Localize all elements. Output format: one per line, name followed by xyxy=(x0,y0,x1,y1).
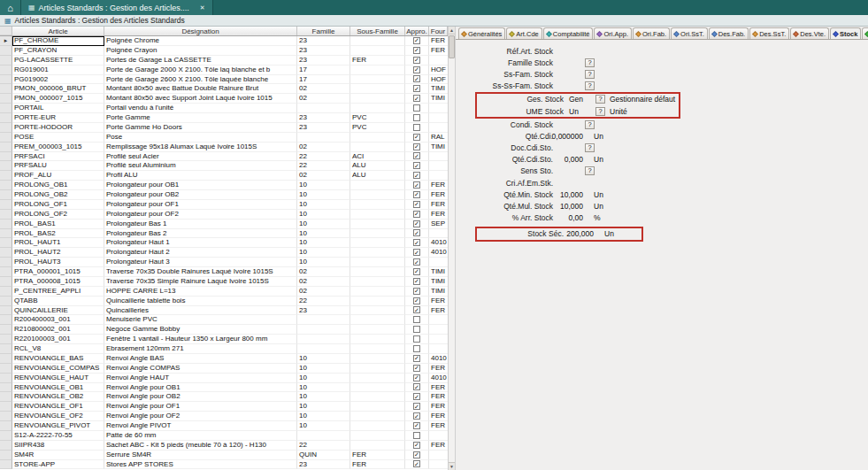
col-header-four[interactable]: Four xyxy=(429,27,448,35)
cell-famille[interactable]: 10 xyxy=(297,181,350,190)
row-selector[interactable] xyxy=(0,364,12,374)
cell-four[interactable]: FER xyxy=(429,412,448,421)
cell-article[interactable]: RENVOIANGLE_BAS xyxy=(12,354,104,364)
cell-sous-famille[interactable] xyxy=(350,402,405,412)
cell-designation[interactable]: Porte de Garage 2000 X 2100. Tôle laq bl… xyxy=(104,65,297,75)
row-selector[interactable] xyxy=(0,104,12,113)
cell-appro[interactable] xyxy=(405,75,429,85)
scroll-thumb[interactable] xyxy=(449,35,455,58)
cell-article[interactable]: SIIPR438 xyxy=(12,441,104,451)
row-selector[interactable] xyxy=(0,451,12,460)
table-row[interactable]: PORTAILPortail vendu à l'unité xyxy=(0,104,448,113)
cell-designation[interactable]: Renvoi Angle pour OF2 xyxy=(104,412,297,421)
appro-checkbox[interactable] xyxy=(413,229,420,236)
cell-sous-famille[interactable] xyxy=(350,297,405,306)
cell-article[interactable]: RENVOIANGLE_OF1 xyxy=(12,402,104,412)
row-selector[interactable] xyxy=(0,287,12,297)
cell-article[interactable]: P_CENTREE_APPLI xyxy=(12,287,104,297)
cell-sous-famille[interactable] xyxy=(350,190,405,200)
row-selector[interactable] xyxy=(0,143,12,152)
field-value-ume-stock[interactable]: Un xyxy=(569,107,594,116)
cell-appro[interactable] xyxy=(405,133,429,143)
appro-checkbox[interactable] xyxy=(413,201,420,208)
col-header-article[interactable]: Article xyxy=(12,27,104,35)
cell-designation[interactable]: Portes de Garage La CASSETTE xyxy=(104,56,297,65)
help-button[interactable]: ? xyxy=(585,143,595,152)
cell-famille[interactable]: 22 xyxy=(297,297,350,306)
cell-sous-famille[interactable] xyxy=(350,210,405,220)
cell-four[interactable]: 4010 xyxy=(429,238,448,248)
cell-sous-famille[interactable] xyxy=(350,75,405,85)
cell-four[interactable] xyxy=(429,451,448,460)
cell-designation[interactable]: Profilé seul Aluminium xyxy=(104,161,297,171)
cell-article[interactable]: PORTE-HODOOR xyxy=(12,123,104,133)
cell-famille[interactable]: 10 xyxy=(297,392,350,402)
row-selector[interactable] xyxy=(0,75,12,85)
field-value-arr-stock[interactable]: 0,00 xyxy=(558,213,583,222)
cell-designation[interactable]: Profil ALU xyxy=(104,171,297,181)
cell-article[interactable]: PTRA_000001_1015 xyxy=(12,267,104,277)
table-row[interactable]: RENVOIANGLE_COMPASRenvoi Angle COMPAS10F… xyxy=(0,364,448,374)
appro-checkbox[interactable] xyxy=(413,66,420,73)
field-value-qt-cdi-sto[interactable]: 0,000 xyxy=(558,155,583,164)
appro-checkbox[interactable] xyxy=(413,191,420,198)
table-row[interactable]: RENVOIANGLE_HAUTRenvoi Angle HAUT104010 xyxy=(0,374,448,383)
cell-famille[interactable]: 02 xyxy=(297,84,350,94)
cell-four[interactable]: FER xyxy=(429,441,448,451)
cell-famille[interactable]: 23 xyxy=(297,306,350,316)
appro-checkbox[interactable] xyxy=(413,383,420,390)
cell-four[interactable] xyxy=(429,56,448,65)
cell-appro[interactable] xyxy=(405,238,429,248)
home-button[interactable]: ⌂ xyxy=(0,0,21,15)
table-row[interactable]: PROL_BAS2Prolongateur Bas 210 xyxy=(0,229,448,239)
table-row[interactable]: R210800002_001Negoce Gamme Bobby xyxy=(0,325,448,335)
cell-designation[interactable]: Renvoi Angle pour OB1 xyxy=(104,383,297,393)
appro-checkbox[interactable] xyxy=(413,143,420,150)
cell-sous-famille[interactable] xyxy=(350,248,405,258)
row-selector[interactable] xyxy=(0,248,12,258)
appro-checkbox[interactable] xyxy=(413,114,420,121)
cell-appro[interactable] xyxy=(405,287,429,297)
cell-famille[interactable]: 22 xyxy=(297,441,350,451)
table-row[interactable]: RCL_V8Ebrasement 120mm 271 xyxy=(0,344,448,354)
cell-famille[interactable]: 10 xyxy=(297,354,350,364)
cell-famille[interactable] xyxy=(297,104,350,113)
cell-appro[interactable] xyxy=(405,65,429,75)
cell-sous-famille[interactable] xyxy=(350,94,405,104)
cell-appro[interactable] xyxy=(405,402,429,412)
cell-article[interactable]: QUINCAILLERIE xyxy=(12,306,104,316)
cell-article[interactable]: PROL_HAUT1 xyxy=(12,238,104,248)
row-selector[interactable] xyxy=(0,220,12,229)
cell-appro[interactable] xyxy=(405,190,429,200)
appro-checkbox[interactable] xyxy=(413,365,420,372)
col-header-d-signation[interactable]: Désignation xyxy=(104,27,297,35)
table-row[interactable]: PRFSALUProfilé seul Aluminium22ALU xyxy=(0,161,448,171)
cell-sous-famille[interactable]: ALU xyxy=(350,171,405,181)
table-row[interactable]: PORTE-HODOORPorte Gamme Ho Doors23PVC xyxy=(0,123,448,133)
row-selector[interactable] xyxy=(0,171,12,181)
cell-famille[interactable]: 10 xyxy=(297,402,350,412)
appro-checkbox[interactable] xyxy=(413,249,420,256)
appro-checkbox[interactable] xyxy=(413,104,420,112)
table-row[interactable]: PREM_000003_1015Remplissage 95x18 Alumax… xyxy=(0,143,448,152)
cell-article[interactable]: PROL_BAS1 xyxy=(12,220,104,229)
row-selector[interactable] xyxy=(0,441,12,451)
cell-four[interactable]: FER xyxy=(429,36,448,46)
tab-ori-sst[interactable]: Ori.SsT. xyxy=(671,27,708,40)
cell-appro[interactable] xyxy=(405,161,429,171)
cell-famille[interactable]: 10 xyxy=(297,364,350,374)
table-row[interactable]: SM4RSerrure SM4RQUINFER xyxy=(0,451,448,460)
cell-article[interactable]: R200400003_001 xyxy=(12,315,104,325)
appro-checkbox[interactable] xyxy=(413,211,420,218)
row-selector[interactable] xyxy=(0,258,12,267)
appro-checkbox[interactable] xyxy=(413,278,420,285)
tab-comptabilit[interactable]: Comptabilité xyxy=(543,27,594,40)
col-header-famille[interactable]: Famille xyxy=(297,27,350,35)
table-row[interactable]: PG-LACASSETTEPortes de Garage La CASSETT… xyxy=(0,56,448,65)
cell-article[interactable]: R210800002_001 xyxy=(12,325,104,335)
appro-checkbox[interactable] xyxy=(413,393,420,400)
table-row[interactable]: SIIPR438Sachet ABC - Kit 5 pieds (meuble… xyxy=(0,441,448,451)
cell-designation[interactable]: Prolongateur Bas 1 xyxy=(104,220,297,229)
row-selector[interactable] xyxy=(0,229,12,239)
cell-four[interactable]: FER xyxy=(429,190,448,200)
